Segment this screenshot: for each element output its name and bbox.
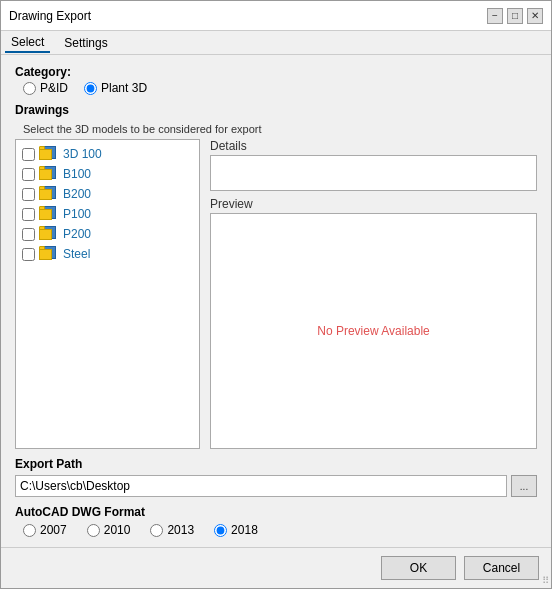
- format-2018-option[interactable]: 2018: [214, 523, 258, 537]
- icon-b100: [39, 166, 59, 182]
- export-path-section: Export Path ...: [15, 457, 537, 497]
- no-preview-text: No Preview Available: [317, 324, 430, 338]
- tree-item-b100[interactable]: B100: [18, 164, 197, 184]
- format-2007-label: 2007: [40, 523, 67, 537]
- format-2010-radio[interactable]: [87, 524, 100, 537]
- format-2010-label: 2010: [104, 523, 131, 537]
- tree-item-b200[interactable]: B200: [18, 184, 197, 204]
- format-2013-radio[interactable]: [150, 524, 163, 537]
- icon-3d100: [39, 146, 59, 162]
- minimize-button[interactable]: −: [487, 8, 503, 24]
- content-area: Category: P&ID Plant 3D Drawings Select …: [1, 55, 551, 547]
- category-label: Category:: [15, 65, 537, 79]
- tree-item-steel[interactable]: Steel: [18, 244, 197, 264]
- format-section: AutoCAD DWG Format 2007 2010 2013 2018: [15, 505, 537, 537]
- format-2013-label: 2013: [167, 523, 194, 537]
- format-2007-radio[interactable]: [23, 524, 36, 537]
- format-2018-label: 2018: [231, 523, 258, 537]
- checkbox-b200[interactable]: [22, 188, 35, 201]
- drawings-instruction: Select the 3D models to be considered fo…: [15, 123, 537, 135]
- drawing-export-window: Drawing Export − □ ✕ Select Settings Cat…: [0, 0, 552, 589]
- label-p100: P100: [63, 207, 91, 221]
- title-bar: Drawing Export − □ ✕: [1, 1, 551, 31]
- format-2007-option[interactable]: 2007: [23, 523, 67, 537]
- label-steel: Steel: [63, 247, 90, 261]
- export-path-label: Export Path: [15, 457, 537, 471]
- menu-item-select[interactable]: Select: [5, 33, 50, 53]
- category-plant3d-radio[interactable]: [84, 82, 97, 95]
- menu-bar: Select Settings: [1, 31, 551, 55]
- resize-grip[interactable]: ⠿: [542, 575, 549, 586]
- icon-b200: [39, 186, 59, 202]
- drawings-panels: 3D 100 B100: [15, 139, 537, 449]
- label-p200: P200: [63, 227, 91, 241]
- close-button[interactable]: ✕: [527, 8, 543, 24]
- format-2018-radio[interactable]: [214, 524, 227, 537]
- tree-item-p100[interactable]: P100: [18, 204, 197, 224]
- preview-box: No Preview Available: [210, 213, 537, 449]
- label-b100: B100: [63, 167, 91, 181]
- details-label: Details: [210, 139, 537, 153]
- checkbox-p200[interactable]: [22, 228, 35, 241]
- details-section: Details: [210, 139, 537, 191]
- checkbox-b100[interactable]: [22, 168, 35, 181]
- checkbox-steel[interactable]: [22, 248, 35, 261]
- window-title: Drawing Export: [9, 9, 91, 23]
- category-pid-option[interactable]: P&ID: [23, 81, 68, 95]
- checkbox-p100[interactable]: [22, 208, 35, 221]
- export-path-input[interactable]: [15, 475, 507, 497]
- category-pid-label: P&ID: [40, 81, 68, 95]
- category-plant3d-label: Plant 3D: [101, 81, 147, 95]
- icon-p100: [39, 206, 59, 222]
- checkbox-3d100[interactable]: [22, 148, 35, 161]
- format-2013-option[interactable]: 2013: [150, 523, 194, 537]
- format-radio-group: 2007 2010 2013 2018: [15, 523, 537, 537]
- ok-button[interactable]: OK: [381, 556, 456, 580]
- category-plant3d-option[interactable]: Plant 3D: [84, 81, 147, 95]
- export-path-row: ...: [15, 475, 537, 497]
- category-pid-radio[interactable]: [23, 82, 36, 95]
- maximize-button[interactable]: □: [507, 8, 523, 24]
- browse-button[interactable]: ...: [511, 475, 537, 497]
- drawings-section-label: Drawings: [15, 103, 537, 117]
- category-section: Category: P&ID Plant 3D: [15, 65, 537, 95]
- format-label: AutoCAD DWG Format: [15, 505, 537, 519]
- icon-steel: [39, 246, 59, 262]
- format-2010-option[interactable]: 2010: [87, 523, 131, 537]
- menu-item-settings[interactable]: Settings: [58, 34, 113, 52]
- drawings-tree-panel[interactable]: 3D 100 B100: [15, 139, 200, 449]
- tree-item-3d100[interactable]: 3D 100: [18, 144, 197, 164]
- category-radio-group: P&ID Plant 3D: [15, 81, 537, 95]
- label-3d100: 3D 100: [63, 147, 102, 161]
- bottom-bar: OK Cancel: [1, 547, 551, 588]
- cancel-button[interactable]: Cancel: [464, 556, 539, 580]
- preview-label: Preview: [210, 197, 537, 211]
- right-panels: Details Preview No Preview Available: [210, 139, 537, 449]
- details-box: [210, 155, 537, 191]
- drawings-section: Drawings Select the 3D models to be cons…: [15, 103, 537, 449]
- title-bar-controls: − □ ✕: [487, 8, 543, 24]
- icon-p200: [39, 226, 59, 242]
- label-b200: B200: [63, 187, 91, 201]
- preview-section: Preview No Preview Available: [210, 197, 537, 449]
- tree-item-p200[interactable]: P200: [18, 224, 197, 244]
